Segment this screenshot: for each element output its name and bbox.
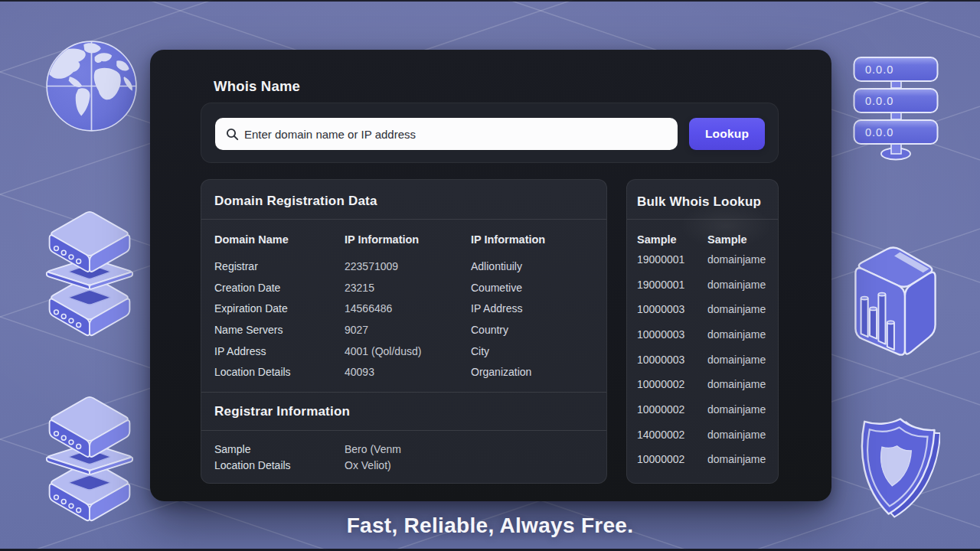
registration-table-header: Domain Name IP Information IP Informatio… [201, 233, 606, 253]
page-title: Whois Name [214, 78, 300, 95]
table-row: 14000002 domainjame [627, 422, 778, 447]
row-label: Sample [214, 443, 250, 455]
table-row: 10000002 domainjame [627, 372, 778, 397]
row-domain: domainjame [707, 429, 766, 441]
analytics-cube-icon [846, 241, 945, 363]
row-id: 19000001 [637, 279, 684, 291]
table-row: 10000003 domainjame [627, 347, 778, 372]
column-header: Sample [637, 233, 677, 246]
row-id: 14000002 [637, 429, 684, 441]
row-domain: domainjame [707, 328, 766, 341]
row-extra: Coumetive [471, 282, 522, 294]
table-row: Registrar 223571009 Adliontiuily [201, 256, 606, 277]
stage: 0.0.0 0.0.0 0.0.0 Whois Name Lookup Doma… [0, 0, 980, 551]
row-extra: Adliontiuily [471, 260, 522, 272]
globe-icon [43, 37, 140, 135]
row-domain: domainjame [707, 378, 766, 390]
row-id: 10000002 [637, 403, 684, 416]
table-row: Name Servers 9027 Country [201, 319, 606, 341]
row-label: Expiration Date [214, 302, 288, 315]
row-value: 9027 [345, 324, 368, 336]
search-icon [226, 128, 239, 141]
table-row: 10000003 domainjame [627, 322, 778, 347]
bulk-panel-title: Bulk Whois Lookup [637, 194, 761, 210]
row-extra: Organization [471, 366, 531, 378]
row-domain: domainjame [707, 279, 766, 291]
server-stack-icon [43, 390, 136, 523]
row-value: 4001 (Qol/dusd) [345, 345, 421, 357]
row-id: 10000003 [637, 303, 684, 315]
table-row: 10000002 domainjame [627, 447, 778, 472]
row-value: 40093 [345, 366, 374, 378]
row-id: 10000003 [637, 328, 684, 341]
row-id: 10000002 [637, 453, 684, 465]
bulk-table-body: 19000001 domainjame 19000001 domainjame … [627, 247, 778, 472]
shield-icon [848, 409, 940, 528]
whois-card: Whois Name Lookup Domain Registration Da… [150, 50, 831, 501]
row-domain: domainjame [707, 253, 766, 266]
row-label: IP Address [214, 345, 266, 357]
row-label: Registrar [214, 260, 258, 272]
row-value: Bero (Venm [345, 443, 401, 455]
row-label: Name Servers [214, 324, 283, 336]
registrar-rows: Sample Bero (Venm Location Details Ox Ve… [201, 442, 606, 473]
column-header: Domain Name [214, 233, 289, 246]
server-stack-icon [43, 205, 136, 338]
totem-label: 0.0.0 [865, 64, 893, 76]
table-row: Location Details Ox Veliot) [201, 458, 606, 474]
row-value: Ox Veliot) [345, 459, 391, 471]
table-row: Location Details 40093 Organization [201, 361, 606, 383]
row-value: 23215 [345, 282, 374, 294]
row-extra: IP Address [471, 302, 522, 315]
row-domain: domainjame [707, 453, 766, 465]
row-domain: domainjame [707, 303, 766, 315]
registration-table-body: Registrar 223571009 Adliontiuily Creatio… [201, 256, 606, 383]
lookup-button[interactable]: Lookup [689, 118, 765, 150]
table-row: 19000001 domainjame [627, 247, 778, 272]
totem-label: 0.0.0 [865, 126, 893, 139]
row-id: 10000003 [637, 354, 684, 366]
row-extra: Country [471, 324, 508, 336]
registrar-section-title: Registrar Information [214, 404, 350, 419]
divider [201, 430, 606, 431]
bulk-whois-panel: Bulk Whois Lookup Sample Sample 19000001… [626, 179, 779, 484]
row-domain: domainjame [707, 354, 766, 366]
totem-label: 0.0.0 [865, 95, 893, 107]
table-row: Expiration Date 14566486 IP Address [201, 298, 606, 319]
column-header: IP Information [345, 233, 419, 246]
search-box [215, 118, 678, 150]
table-row: 10000003 domainjame [627, 297, 778, 322]
table-row: Creation Date 23215 Coumetive [201, 277, 606, 298]
row-id: 10000002 [637, 378, 684, 390]
table-row: IP Address 4001 (Qol/dusd) City [201, 341, 606, 362]
row-value: 14566486 [345, 302, 392, 315]
row-extra: City [471, 345, 489, 357]
ip-totem-icon: 0.0.0 0.0.0 0.0.0 [853, 53, 939, 164]
row-domain: domainjame [707, 403, 766, 416]
divider [627, 219, 778, 220]
divider [201, 219, 606, 220]
table-row: 19000001 domainjame [627, 272, 778, 297]
divider [201, 392, 606, 393]
tagline: Fast, Reliable, Always Free. [0, 514, 980, 538]
domain-search-input[interactable] [244, 118, 673, 150]
column-header: Sample [707, 233, 747, 246]
row-label: Location Details [214, 366, 291, 378]
table-row: Sample Bero (Venm [201, 442, 606, 458]
row-label: Creation Date [214, 282, 280, 294]
search-panel: Lookup [201, 103, 779, 163]
table-row: 10000002 domainjame [627, 397, 778, 422]
row-label: Location Details [214, 459, 291, 471]
domain-registration-panel: Domain Registration Data Domain Name IP … [201, 179, 607, 484]
row-id: 19000001 [637, 253, 684, 266]
registration-panel-title: Domain Registration Data [214, 194, 377, 209]
row-value: 223571009 [345, 260, 398, 272]
column-header: IP Information [471, 233, 545, 246]
